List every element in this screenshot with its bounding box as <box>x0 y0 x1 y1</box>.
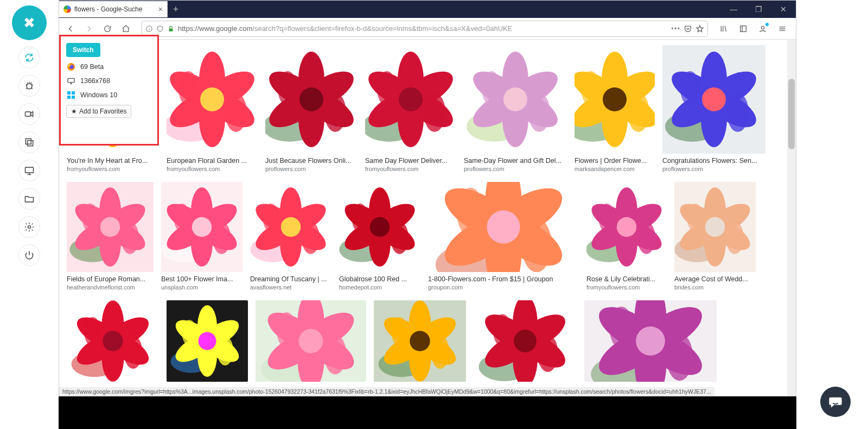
record-button[interactable] <box>18 103 40 125</box>
image-result-card[interactable]: Best 100+ Flower Ima...unsplash.com <box>161 182 242 291</box>
browser-version-row: 69 Beta <box>66 62 152 71</box>
result-title: Flowers | Order Flowe... <box>575 157 655 165</box>
svg-rect-9 <box>67 91 71 94</box>
svg-point-58 <box>399 87 423 111</box>
image-result-card[interactable]: European Floral Garden ...fromyouflowers… <box>167 45 258 172</box>
image-result-card[interactable] <box>474 300 577 382</box>
image-thumbnail[interactable] <box>474 300 577 382</box>
result-title: European Floral Garden ... <box>167 157 258 165</box>
back-button[interactable] <box>62 21 79 37</box>
svg-point-115 <box>174 204 190 232</box>
add-favorites-button[interactable]: ★ Add to Favorites <box>66 105 131 118</box>
vertical-scrollbar[interactable] <box>787 40 796 396</box>
window-maximize-button[interactable]: ❐ <box>746 1 771 17</box>
image-result-card[interactable]: Same Day Flower Deliver...fromyouflowers… <box>365 45 456 172</box>
bug-button[interactable] <box>18 75 40 97</box>
support-chat-button[interactable] <box>820 387 851 417</box>
sync-button[interactable] <box>18 47 40 68</box>
svg-point-93 <box>680 71 700 106</box>
svg-rect-2 <box>25 138 31 144</box>
svg-point-137 <box>352 204 368 232</box>
home-button[interactable] <box>118 21 134 37</box>
result-title: Fields of Europe Roman... <box>67 275 154 283</box>
star-icon[interactable] <box>695 24 704 33</box>
result-source: brides.com <box>674 284 756 291</box>
image-thumbnail[interactable] <box>464 45 567 154</box>
close-session-button[interactable]: ✖ <box>12 5 47 40</box>
tool-dock: ✖ <box>0 0 59 429</box>
resolution-value: 1366x768 <box>80 77 110 85</box>
image-thumbnail[interactable] <box>674 182 756 272</box>
image-thumbnail[interactable] <box>339 182 420 272</box>
image-thumbnail[interactable] <box>67 300 159 382</box>
folder-button[interactable] <box>18 188 40 210</box>
svg-rect-1 <box>25 112 31 116</box>
sidebar-button[interactable] <box>735 21 751 37</box>
svg-point-126 <box>263 204 279 232</box>
result-source: heatherandvineflorist.com <box>67 284 154 291</box>
image-thumbnail[interactable] <box>662 45 765 154</box>
image-thumbnail[interactable] <box>250 182 331 272</box>
power-button[interactable] <box>18 244 40 266</box>
svg-point-169 <box>726 222 744 254</box>
image-result-card[interactable] <box>374 300 466 382</box>
tab-close-icon[interactable]: × <box>158 5 163 14</box>
more-icon[interactable]: ••• <box>671 24 680 33</box>
image-thumbnail[interactable] <box>428 182 579 272</box>
image-result-card[interactable]: Just Because Flowers Onli...proflowers.c… <box>265 45 358 172</box>
image-thumbnail[interactable] <box>584 300 717 382</box>
account-button[interactable] <box>755 21 771 37</box>
svg-point-16 <box>761 26 764 29</box>
image-thumbnail[interactable] <box>265 45 358 154</box>
image-result-card[interactable]: Same-Day Flower and Gift Del...proflower… <box>464 45 567 172</box>
image-result-card[interactable]: Fields of Europe Roman...heatherandvinef… <box>67 182 154 291</box>
image-result-card[interactable] <box>67 300 159 382</box>
image-thumbnail[interactable] <box>586 182 667 272</box>
image-result-card[interactable]: Dreaming Of Tuscany | ...avasflowers.net <box>250 182 331 291</box>
svg-point-168 <box>705 217 725 237</box>
window-minimize-button[interactable]: ― <box>721 1 746 17</box>
pocket-icon[interactable] <box>684 24 692 33</box>
menu-button[interactable] <box>774 21 790 37</box>
image-thumbnail[interactable] <box>167 300 248 382</box>
browser-tab[interactable]: flowers - Google-Suche × <box>59 1 168 17</box>
svg-rect-8 <box>68 78 74 82</box>
svg-point-191 <box>217 336 233 365</box>
image-thumbnail[interactable] <box>161 182 242 272</box>
image-thumbnail[interactable] <box>167 45 258 154</box>
image-result-card[interactable]: 1-800-Flowers.com - From $15 | Groupongr… <box>428 182 579 291</box>
image-thumbnail[interactable] <box>67 182 154 272</box>
image-result-card[interactable]: Flowers | Order Flowe...marksandspencer.… <box>575 45 655 172</box>
image-result-card[interactable]: Congratulations Flowers: Sen...proflower… <box>662 45 765 172</box>
image-result-card[interactable] <box>584 300 717 382</box>
library-button[interactable] <box>716 21 732 37</box>
window-close-button[interactable]: ✕ <box>771 1 796 17</box>
image-thumbnail[interactable] <box>365 45 456 154</box>
image-result-card[interactable]: Average Cost of Wedd...brides.com <box>674 182 756 291</box>
copy-button[interactable] <box>18 131 40 153</box>
image-thumbnail[interactable] <box>374 300 466 382</box>
image-result-card[interactable] <box>167 300 248 382</box>
add-favorites-label: Add to Favorites <box>79 108 126 115</box>
image-result-card[interactable] <box>256 300 366 382</box>
result-source: groupon.com <box>428 284 579 291</box>
result-title: Best 100+ Flower Ima... <box>161 275 242 283</box>
address-bar[interactable]: https://www.google.com/search?q=flowers&… <box>142 21 708 37</box>
screen-button[interactable] <box>18 160 40 181</box>
svg-point-146 <box>487 210 520 243</box>
os-value: Windows 10 <box>80 91 117 99</box>
svg-point-157 <box>617 217 637 237</box>
image-thumbnail[interactable] <box>575 45 655 154</box>
result-source: fromyouflowers.com <box>365 166 456 172</box>
svg-rect-11 <box>67 96 71 99</box>
svg-rect-14 <box>169 28 173 31</box>
switch-button[interactable]: Switch <box>66 43 100 57</box>
image-result-card[interactable]: Globalrose 100 Red ...homedepot.com <box>339 182 420 291</box>
image-result-card[interactable]: Rose & Lily Celebrati...fromyouflowers.c… <box>586 182 667 291</box>
new-tab-button[interactable]: + <box>168 1 184 17</box>
image-thumbnail[interactable] <box>256 300 366 382</box>
bottom-bar <box>59 396 796 429</box>
reload-button[interactable] <box>99 21 116 37</box>
settings-button[interactable] <box>18 216 40 238</box>
forward-button[interactable] <box>81 21 97 37</box>
